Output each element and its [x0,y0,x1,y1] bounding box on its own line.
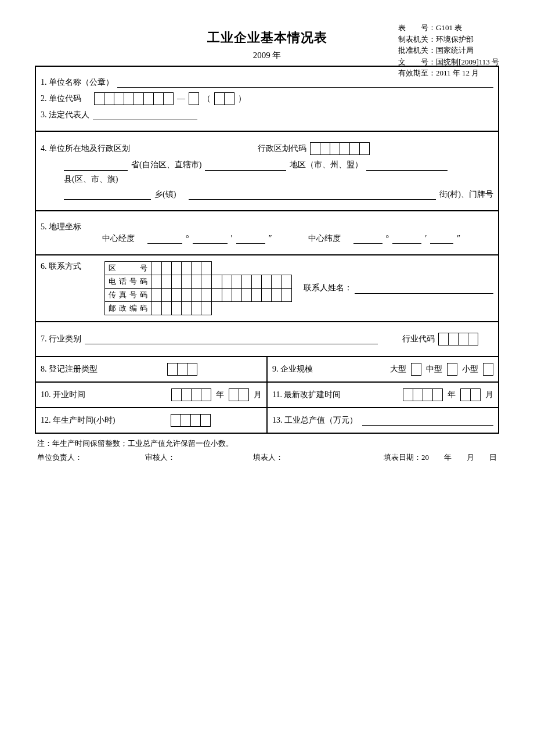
district-label: 地区（市、州、盟） [290,160,363,170]
tel-boxes[interactable] [151,275,211,288]
zip-boxes[interactable] [151,302,211,315]
footer-note: 注：年生产时间保留整数；工业总产值允许保留一位小数。 [37,438,497,449]
paren-open: （ [203,93,211,104]
industry-label: 7. 行业类别 [41,334,81,344]
form-meta: 表 号：G101 表 制表机关：环境保护部 批准机关：国家统计局 文 号：国统制… [398,22,499,79]
output-value-input[interactable] [362,415,493,426]
fax-label: 传真号码 [105,288,151,301]
admin-code-boxes[interactable] [310,142,370,155]
section-12-13: 12. 年生产时间(小时) 13. 工业总产值（万元） [36,408,498,434]
fax-boxes-2[interactable] [212,289,291,301]
meta-valid: 2011 年 12 月 [436,69,479,77]
legal-rep-label: 3. 法定代表人 [41,110,89,120]
prod-hours-boxes[interactable] [171,414,211,427]
sec1: ″ [269,234,272,243]
meta-valid-label: 有效期至： [398,67,436,79]
scale-small-label: 小型 [462,364,478,375]
lon-deg[interactable] [147,233,182,244]
form-footer: 注：年生产时间保留整数；工业总产值允许保留一位小数。 单位负责人： 审核人： 填… [35,438,499,463]
rebuild-month-label: 月 [485,390,493,400]
meta-docno: 国统制[2009]113 号 [436,57,499,66]
street-input[interactable] [189,189,435,200]
contact-label: 6. 联系方式 [41,261,81,272]
rebuild-month-boxes[interactable] [460,388,481,401]
district-input[interactable] [205,160,286,170]
section-7: 7. 行业类别 行业代码 [36,322,498,357]
meta-maker-label: 制表机关： [398,34,436,45]
scale-small-box[interactable] [483,363,493,376]
lon-sec[interactable] [236,233,265,244]
industry-code-boxes[interactable] [438,333,478,345]
lat-label: 中心纬度 [308,233,341,244]
meta-approver: 国家统计局 [436,46,474,55]
footer-owner: 单位负责人： [37,452,128,463]
open-time-label: 10. 开业时间 [41,390,85,400]
scale-medium-label: 中型 [426,364,442,375]
rebuild-year-label: 年 [448,390,456,400]
meta-docno-label: 文 号： [398,56,436,68]
scale-large-label: 大型 [390,364,406,375]
prod-hours-label: 12. 年生产时间(小时) [41,415,115,426]
section-4: 4. 单位所在地及行政区划 行政区划代码 省(自治区、直辖市) 地区（市、州、盟… [36,132,498,211]
lat-sec[interactable] [430,233,453,244]
contact-table: 区 号 电话号码 传真号码 邮政编码 [104,261,292,315]
industry-input[interactable] [85,334,378,344]
admin-code-label: 行政区划代码 [258,143,306,154]
rebuild-time-label: 11. 最新改扩建时间 [272,390,341,400]
town-input[interactable] [64,189,151,200]
unit-code-boxes-1[interactable] [94,92,174,105]
form-header: 工业企业基本情况表 2009 年 表 号：G101 表 制表机关：环境保护部 批… [35,29,499,61]
scale-label: 9. 企业规模 [272,364,313,375]
meta-formno: G101 表 [436,23,462,32]
street-label: 街(村)、门牌号 [439,189,493,200]
reg-type-label: 8. 登记注册类型 [41,364,98,375]
area-boxes[interactable] [151,262,211,275]
meta-maker: 环境保护部 [436,35,474,44]
reg-type-boxes[interactable] [167,363,197,376]
location-label: 4. 单位所在地及行政区划 [41,143,130,154]
lat-deg[interactable] [353,233,383,244]
scale-large-box[interactable] [411,363,421,376]
unit-code-boxes-2[interactable] [189,92,199,105]
rebuild-year-boxes[interactable] [403,388,443,401]
dash: — [177,94,185,103]
tel-label: 电话号码 [105,275,151,288]
deg1: ° [186,234,189,243]
section-6: 6. 联系方式 区 号 电话号码 传真号码 邮 [36,255,498,322]
unit-name-input[interactable] [117,77,493,88]
county-label: 县(区、市、旗) [64,174,118,185]
unit-name-label: 1. 单位名称（公章） [41,77,114,88]
lon-min[interactable] [193,233,228,244]
contact-name-input[interactable] [355,283,493,293]
output-value-label: 13. 工业总产值（万元） [272,415,358,426]
form-body: 1. 单位名称（公章） 2. 单位代码 — （ ） 3. 法定代表人 4. 单位… [35,66,499,434]
lat-min[interactable] [392,233,421,244]
province-input[interactable] [64,160,128,170]
industry-code-label: 行业代码 [402,334,435,344]
legal-rep-input[interactable] [93,110,197,120]
scale-medium-box[interactable] [447,363,457,376]
footer-reviewer: 审核人： [145,452,236,463]
province-label: 省(自治区、直辖市) [131,160,201,170]
meta-approver-label: 批准机关： [398,45,436,56]
town-label: 乡(镇) [154,189,176,200]
min2: ′ [425,234,427,243]
section-8-9: 8. 登记注册类型 9. 企业规模 大型 中型 小型 [36,357,498,383]
open-month-boxes[interactable] [229,388,249,401]
county-input[interactable] [366,160,448,170]
tel-boxes-2[interactable] [212,275,291,288]
fax-boxes[interactable] [151,289,211,301]
open-year-boxes[interactable] [171,388,211,401]
deg2: ° [386,234,389,243]
footer-date: 填表日期：20 年 月 日 [361,452,497,463]
footer-filler: 填表人： [253,452,344,463]
section-5: 5. 地理坐标 中心经度 ° ′ ″ 中心纬度 ° ′ ″ [36,211,498,255]
open-month-label: 月 [254,390,262,400]
min1: ′ [231,234,233,243]
lon-label: 中心经度 [102,233,135,244]
unit-code-boxes-3[interactable] [214,92,234,105]
open-year-label: 年 [216,390,224,400]
contact-name-label: 联系人姓名： [304,283,352,293]
geo-label: 5. 地理坐标 [41,222,81,232]
sec2: ″ [457,234,460,243]
